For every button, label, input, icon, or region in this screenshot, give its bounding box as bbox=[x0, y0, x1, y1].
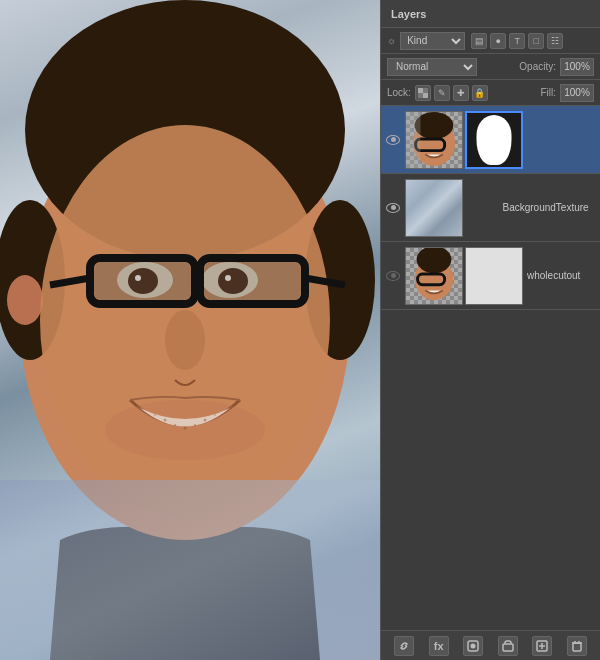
layer-thumbnails bbox=[405, 247, 523, 305]
svg-rect-43 bbox=[406, 112, 420, 168]
svg-point-28 bbox=[164, 419, 167, 422]
svg-rect-37 bbox=[423, 93, 428, 98]
filter-row: ☼ Kind ▤ ● T □ ☷ bbox=[381, 28, 600, 54]
opacity-label: Opacity: bbox=[519, 61, 556, 72]
panel-header: Layers bbox=[381, 0, 600, 28]
layer-item[interactable] bbox=[381, 106, 600, 174]
layer-thumb-main bbox=[405, 247, 463, 305]
svg-point-32 bbox=[204, 419, 207, 422]
layer-thumb-main bbox=[405, 179, 463, 237]
svg-rect-39 bbox=[418, 93, 423, 98]
eye-icon bbox=[386, 135, 400, 145]
layer-name: wholecutout bbox=[527, 270, 596, 281]
layer-style-button[interactable]: fx bbox=[429, 636, 449, 656]
lock-icon-pixels[interactable]: ✎ bbox=[434, 85, 450, 101]
lock-icon-artboard[interactable]: 🔒 bbox=[472, 85, 488, 101]
filter-icon-type[interactable]: T bbox=[509, 33, 525, 49]
layer-thumb-mask bbox=[465, 247, 523, 305]
face-svg bbox=[0, 0, 380, 660]
svg-point-7 bbox=[7, 275, 43, 325]
lock-icon-position[interactable]: ✚ bbox=[453, 85, 469, 101]
canvas-area bbox=[0, 0, 380, 660]
layer-visibility-toggle[interactable] bbox=[385, 271, 401, 281]
svg-rect-35 bbox=[0, 480, 380, 660]
white-mask-visual bbox=[466, 248, 522, 304]
layer-visibility-toggle[interactable] bbox=[385, 135, 401, 145]
layer-visibility-toggle[interactable] bbox=[385, 203, 401, 213]
layers-panel: Layers ☼ Kind ▤ ● T □ ☷ Normal Opacity: … bbox=[380, 0, 600, 660]
layer-thumbnails bbox=[405, 179, 499, 237]
filter-icon-adjust[interactable]: ● bbox=[490, 33, 506, 49]
svg-point-33 bbox=[154, 414, 156, 416]
opacity-value[interactable]: 100% bbox=[560, 58, 594, 76]
svg-rect-36 bbox=[418, 88, 423, 93]
lock-label: Lock: bbox=[387, 87, 411, 98]
svg-point-9 bbox=[165, 310, 205, 370]
mask-visual bbox=[467, 113, 521, 167]
layer-thumbnails bbox=[405, 111, 523, 169]
delete-layer-button[interactable] bbox=[567, 636, 587, 656]
link-layers-button[interactable] bbox=[394, 636, 414, 656]
svg-point-27 bbox=[105, 400, 265, 460]
svg-point-25 bbox=[135, 275, 141, 281]
svg-point-29 bbox=[174, 424, 176, 426]
layer-name: BackgroundTexture bbox=[503, 202, 597, 213]
texture-visual bbox=[406, 180, 462, 236]
svg-rect-49 bbox=[503, 644, 513, 651]
layer-item[interactable]: wholecutout bbox=[381, 242, 600, 310]
blend-row: Normal Opacity: 100% bbox=[381, 54, 600, 80]
lock-row: Lock: ✎ ✚ 🔒 Fill: 100% bbox=[381, 80, 600, 106]
svg-rect-38 bbox=[423, 88, 428, 93]
layers-toolbar: fx bbox=[381, 630, 600, 660]
svg-rect-53 bbox=[573, 643, 581, 651]
panel-title: Layers bbox=[391, 8, 426, 20]
eye-icon bbox=[386, 203, 400, 213]
fx-label: fx bbox=[434, 640, 444, 652]
eye-icon-hidden bbox=[386, 271, 400, 281]
create-group-button[interactable] bbox=[498, 636, 518, 656]
lock-icon-transparent[interactable] bbox=[415, 85, 431, 101]
layer-thumb-main bbox=[405, 111, 463, 169]
filter-icon-shape[interactable]: □ bbox=[528, 33, 544, 49]
svg-point-48 bbox=[471, 643, 476, 648]
svg-point-26 bbox=[225, 275, 231, 281]
svg-point-30 bbox=[184, 427, 187, 430]
blend-mode-dropdown[interactable]: Normal bbox=[387, 58, 477, 76]
layers-list: BackgroundTexture bbox=[381, 106, 600, 630]
new-layer-button[interactable] bbox=[532, 636, 552, 656]
fill-value[interactable]: 100% bbox=[560, 84, 594, 102]
layer-thumb-mask bbox=[465, 111, 523, 169]
canvas-background bbox=[0, 0, 380, 660]
svg-point-31 bbox=[194, 424, 196, 426]
lock-icons-group: ✎ ✚ 🔒 bbox=[415, 85, 488, 101]
filter-dropdown[interactable]: Kind bbox=[400, 32, 465, 50]
filter-icon-image[interactable]: ▤ bbox=[471, 33, 487, 49]
svg-point-34 bbox=[214, 414, 216, 416]
layer-item[interactable]: BackgroundTexture bbox=[381, 174, 600, 242]
add-mask-button[interactable] bbox=[463, 636, 483, 656]
filter-kind-icon: ☼ bbox=[387, 35, 396, 46]
filter-icons-group: ▤ ● T □ ☷ bbox=[471, 33, 563, 49]
filter-icon-smart[interactable]: ☷ bbox=[547, 33, 563, 49]
svg-point-23 bbox=[128, 268, 158, 294]
svg-point-24 bbox=[218, 268, 248, 294]
fill-label: Fill: bbox=[540, 87, 556, 98]
